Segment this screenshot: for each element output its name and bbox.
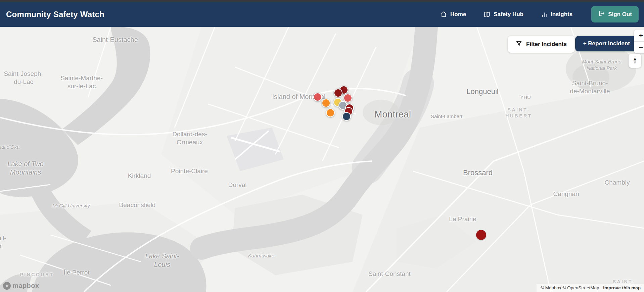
map-zoom-control: + −: [634, 30, 644, 53]
map-pitch-control[interactable]: ▲ ▼: [629, 54, 641, 68]
incident-marker[interactable]: [476, 230, 486, 240]
mapbox-attribution-link[interactable]: © Mapbox: [541, 285, 561, 290]
app-header: Community Safety Watch Home Safety Hub I…: [0, 2, 644, 27]
pitch-down-icon: ▼: [633, 61, 637, 64]
osm-attribution-link[interactable]: © OpenStreetMap: [562, 285, 599, 290]
nav-label: Insights: [551, 11, 572, 18]
mapbox-logo[interactable]: ✳ mapbox: [3, 282, 39, 290]
sign-out-label: Sign Out: [608, 11, 632, 18]
sign-out-icon: [598, 10, 605, 18]
nav-item-insights[interactable]: Insights: [541, 11, 572, 18]
map-attribution: © Mapbox © OpenStreetMap Improve this ma…: [537, 284, 644, 292]
mapbox-logo-icon: ✳: [3, 282, 11, 290]
map-icon: [484, 11, 491, 18]
incident-marker[interactable]: [313, 93, 322, 101]
nav-item-safety-hub[interactable]: Safety Hub: [484, 11, 523, 18]
bar-chart-icon: [541, 11, 548, 18]
main-nav: Home Safety Hub Insights Sign Out: [440, 6, 639, 22]
nav-label: Safety Hub: [494, 11, 523, 18]
nav-label: Home: [450, 11, 466, 18]
improve-map-link[interactable]: Improve this map: [603, 285, 641, 290]
filter-incidents-label: Filter Incidents: [526, 41, 567, 48]
mapbox-wordmark: mapbox: [12, 282, 39, 290]
report-incident-button[interactable]: + Report Incident: [575, 36, 638, 51]
zoom-out-button[interactable]: −: [634, 42, 644, 53]
filter-incidents-button[interactable]: Filter Incidents: [508, 36, 575, 53]
incident-marker[interactable]: [326, 108, 335, 117]
incident-marker[interactable]: [334, 89, 342, 97]
incident-marker[interactable]: [322, 99, 330, 107]
incident-marker[interactable]: [342, 112, 351, 121]
sign-out-button[interactable]: Sign Out: [591, 6, 639, 22]
map[interactable]: Saint-EustacheSaint-Joseph- du-LacSainte…: [0, 27, 644, 292]
incident-marker[interactable]: [343, 94, 352, 102]
home-icon: [440, 11, 447, 18]
funnel-icon: [516, 40, 522, 48]
map-canvas: [0, 27, 644, 292]
app-title: Community Safety Watch: [6, 10, 104, 19]
nav-item-home[interactable]: Home: [440, 11, 466, 18]
zoom-in-button[interactable]: +: [634, 30, 644, 41]
